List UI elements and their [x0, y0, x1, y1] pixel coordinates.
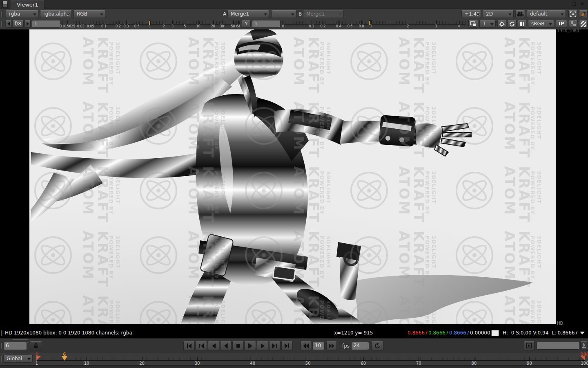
- current-frame-field[interactable]: 6: [3, 342, 27, 350]
- slider-tick-label: 3: [435, 25, 437, 28]
- proxy-toggle-button[interactable]: [579, 10, 588, 18]
- refresh-icon: [509, 21, 515, 27]
- slider-tick-label: 0.1: [309, 25, 314, 28]
- gamma-slider[interactable]: 00.10.20.40.60.81234: [282, 19, 466, 29]
- timeline-tick: [363, 357, 364, 360]
- stop-button[interactable]: [232, 341, 244, 350]
- viewer-canvas[interactable]: ATOM KRAFT POWERED BY 3DELIGHT: [0, 29, 588, 328]
- slider-tick: [126, 20, 127, 24]
- slider-tick: [436, 20, 437, 24]
- loop-icon: [374, 343, 381, 349]
- close-pane-icon[interactable]: ✕: [579, 1, 585, 7]
- frame-range-button[interactable]: [580, 341, 587, 350]
- monitor-output-button[interactable]: [468, 20, 478, 28]
- gamma-value: 1: [254, 21, 258, 27]
- alpha-channel-dropdown[interactable]: rgba.alpha: [40, 10, 72, 18]
- input-process-label: IP: [559, 21, 564, 27]
- nuke-viewer-window: Viewer1 ❐ ✕ rgba rgba.alpha RGB A Merge1…: [0, 0, 588, 368]
- checkerboard-button[interactable]: [569, 20, 577, 28]
- render-play-icon: [526, 343, 532, 349]
- skip-to-end-icon: [284, 343, 290, 349]
- gain-value: 1: [34, 21, 38, 27]
- slider-tick: [233, 20, 234, 24]
- gain-field[interactable]: 1: [32, 20, 60, 28]
- slider-tick-label: 0.015625: [60, 25, 75, 28]
- status-options-dropdown-icon[interactable]: [580, 332, 585, 334]
- pixel-color-swatch: [491, 330, 499, 336]
- tab-viewer1[interactable]: Viewer1: [11, 0, 44, 9]
- input-process-button[interactable]: IP: [556, 20, 567, 28]
- flipbook-camera-button[interactable]: [515, 10, 525, 18]
- timeline-grip[interactable]: [1, 356, 2, 362]
- jump-back-button[interactable]: [301, 341, 311, 350]
- frame-range-dropdown[interactable]: Global: [3, 355, 33, 363]
- double-arrow-right-icon: [328, 343, 335, 349]
- rgba-a-value: 0.00000: [470, 330, 490, 336]
- chevron-down-icon: [339, 13, 342, 16]
- fstop-button[interactable]: f/8: [12, 20, 24, 28]
- slider-tick: [408, 20, 408, 24]
- pause-updates-button[interactable]: [518, 20, 526, 28]
- zoom-level-dropdown[interactable]: ÷1.49: [461, 10, 481, 18]
- goto-end-button[interactable]: [281, 341, 293, 350]
- slider-tick-label: 0.1: [101, 25, 107, 28]
- dimension-dropdown[interactable]: 2D: [483, 10, 514, 18]
- alpha-dropdown-label: rgba.alpha: [43, 11, 69, 17]
- play-forward-button[interactable]: [257, 341, 268, 350]
- slider-tick: [164, 20, 164, 24]
- fstop-prev-button[interactable]: [5, 20, 11, 28]
- input-a-dropdown[interactable]: Merge1: [227, 10, 269, 18]
- playhead-marker[interactable]: [62, 356, 67, 361]
- skip-to-start-icon: [186, 343, 192, 349]
- rgba-g-value: 0.86667: [428, 330, 449, 336]
- slider-tick: [283, 20, 283, 24]
- pane-menu-icon[interactable]: [2, 1, 8, 8]
- step-back-button[interactable]: [220, 341, 232, 350]
- fstop-next-button[interactable]: [24, 20, 31, 28]
- channel-display-dropdown[interactable]: RGB: [74, 10, 105, 18]
- next-keyframe-button[interactable]: [269, 341, 281, 350]
- arrow-right-icon: [26, 21, 29, 26]
- flipbook-render-button[interactable]: [524, 341, 535, 350]
- timeline-tick: [87, 357, 87, 360]
- resolution-label: 1920,1080: [557, 29, 579, 33]
- viewer-process-dropdown[interactable]: default: [527, 10, 566, 18]
- downrez-value: 1: [483, 21, 486, 27]
- statusbar-grip[interactable]: [1, 330, 2, 336]
- playbar-grip[interactable]: [1, 343, 2, 349]
- step-forward-button[interactable]: [245, 341, 256, 350]
- gain-gamma-toggle-button[interactable]: [497, 20, 506, 28]
- layer-dropdown[interactable]: rgba: [6, 10, 38, 18]
- toolbar-grip[interactable]: [1, 11, 2, 17]
- lock-range-button[interactable]: [30, 341, 42, 350]
- gain-slider[interactable]: 0.0156250.030.050.10.20.30.5123510203050…: [62, 19, 240, 29]
- slider-tick: [222, 20, 223, 24]
- float-pane-icon[interactable]: ❐: [571, 1, 577, 7]
- arrow-left-icon: [7, 21, 10, 26]
- playback-mode-button[interactable]: [371, 341, 383, 350]
- roi-button[interactable]: [568, 10, 577, 18]
- colorspace-dropdown[interactable]: sRGB: [528, 20, 554, 28]
- play-backward-button[interactable]: [208, 341, 219, 350]
- slider-tick: [361, 20, 362, 24]
- gamma-toggle-button[interactable]: Y: [242, 20, 251, 28]
- toolbar-grip[interactable]: [1, 21, 2, 27]
- gamma-field[interactable]: 1: [252, 20, 281, 28]
- prev-keyframe-button[interactable]: [196, 341, 207, 350]
- jump-frames-field[interactable]: 10: [312, 342, 325, 350]
- wipe-mode-dropdown[interactable]: -: [271, 10, 296, 18]
- timeline-ruler[interactable]: 1 6 100 1102030405060708090100: [37, 353, 585, 365]
- downrez-dropdown[interactable]: 1: [479, 20, 496, 28]
- jump-forward-button[interactable]: [326, 341, 337, 350]
- slider-tick-label: 0.2: [321, 25, 326, 28]
- goto-start-button[interactable]: [183, 341, 195, 350]
- update-button[interactable]: [508, 20, 517, 28]
- colorspace-value: sRGB: [531, 21, 544, 27]
- channel-display-label: RGB: [77, 11, 87, 17]
- overscan-button[interactable]: [579, 20, 588, 28]
- input-b-dropdown[interactable]: Merge1: [303, 10, 344, 18]
- chevron-down-icon: [291, 13, 294, 16]
- fps-field[interactable]: 24: [351, 342, 369, 350]
- slider-tick-label: 30: [220, 25, 224, 28]
- timeline-tick: [419, 357, 419, 360]
